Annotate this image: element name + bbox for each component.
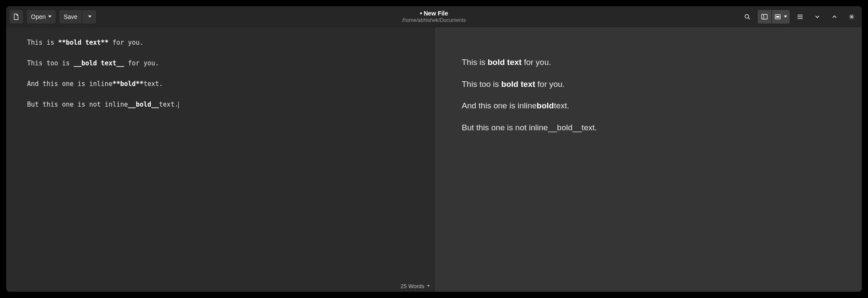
- open-button[interactable]: Open: [26, 9, 56, 24]
- editor-segment: text.: [159, 101, 178, 108]
- sidebar-toggle-button[interactable]: [757, 9, 772, 24]
- chevron-down-icon: [88, 15, 92, 18]
- editor-line[interactable]: This too is __bold text__ for you.: [27, 58, 413, 68]
- insert-icon: [774, 13, 781, 20]
- text-cursor: [178, 101, 179, 109]
- insert-menu-button[interactable]: [772, 9, 790, 24]
- editor-text[interactable]: This is **bold text** for you. This too …: [6, 27, 434, 120]
- minimize-button[interactable]: [810, 9, 825, 24]
- svg-rect-5: [776, 16, 779, 18]
- editor-segment: for you.: [124, 59, 159, 67]
- editor-line[interactable]: And this one is inline**bold**text.: [27, 79, 413, 89]
- editor-line[interactable]: [27, 89, 413, 99]
- hamburger-menu-icon: [797, 13, 804, 20]
- save-button-group: Save: [59, 9, 97, 24]
- open-button-group: Open: [26, 9, 56, 24]
- preview-text: for you.: [522, 58, 551, 67]
- preview-pane: This is bold text for you.This too is bo…: [434, 27, 862, 292]
- preview-paragraph: And this one is inlineboldtext.: [462, 100, 834, 112]
- editor-segment: __: [151, 101, 159, 108]
- maximize-button[interactable]: [827, 9, 842, 24]
- editor-line[interactable]: [27, 68, 413, 79]
- preview-bold: bold text: [488, 58, 522, 67]
- editor-segment: text.: [144, 80, 163, 88]
- header-bar: Open Save • New File /home/abhishek/Docu…: [6, 6, 862, 27]
- close-button[interactable]: [844, 9, 859, 24]
- status-bar: 25 Words: [6, 280, 434, 292]
- editor-segment: __: [73, 59, 81, 67]
- preview-text: for you.: [535, 80, 565, 89]
- preview-text: This too is: [462, 80, 501, 89]
- save-button-label: Save: [64, 13, 77, 20]
- new-file-button[interactable]: [9, 9, 24, 24]
- app-window: Open Save • New File /home/abhishek/Docu…: [6, 6, 862, 292]
- view-mode-group: [757, 9, 790, 24]
- header-center: • New File /home/abhishek/Documents: [6, 6, 862, 27]
- editor-segment: But this one is not inline: [27, 101, 128, 108]
- editor-segment: __: [128, 101, 136, 108]
- editor-segment: **: [101, 39, 109, 46]
- content-area: This is **bold text** for you. This too …: [6, 27, 862, 292]
- word-count[interactable]: 25 Words: [400, 283, 424, 289]
- window-subtitle: /home/abhishek/Documents: [402, 17, 466, 23]
- window-title: • New File: [420, 10, 448, 17]
- preview-bold: bold text: [501, 80, 535, 89]
- editor-line[interactable]: [27, 48, 413, 58]
- chevron-down-icon: [784, 15, 787, 18]
- editor-segment: bold text: [81, 59, 116, 67]
- save-button[interactable]: Save: [59, 9, 82, 24]
- preview-paragraph: But this one is not inline__bold__text.: [462, 122, 834, 134]
- preview-paragraph: This is bold text for you.: [462, 56, 834, 69]
- hamburger-menu-button[interactable]: [793, 9, 807, 24]
- editor-segment: for you.: [109, 39, 144, 46]
- editor-segment: __: [116, 59, 124, 67]
- editor-segment: bold: [120, 80, 136, 88]
- chevron-down-icon: [427, 285, 430, 287]
- editor-segment: **: [58, 39, 66, 46]
- header-left: Open Save: [9, 9, 97, 24]
- editor-segment: **: [113, 80, 120, 88]
- chevron-down-icon: [814, 13, 821, 20]
- header-right: [740, 9, 859, 24]
- preview-content: This is bold text for you.This too is bo…: [434, 27, 862, 154]
- chevron-up-icon: [831, 13, 838, 20]
- preview-text: This is: [462, 58, 488, 67]
- chevron-down-icon: [48, 15, 52, 18]
- search-button[interactable]: [740, 9, 755, 24]
- editor-segment: bold text: [66, 39, 101, 46]
- editor-segment: This too is: [27, 59, 73, 67]
- svg-rect-2: [762, 14, 767, 19]
- editor-segment: **: [136, 80, 144, 88]
- preview-text: But this one is not inline__bold__text.: [462, 123, 597, 132]
- editor-pane[interactable]: This is **bold text** for you. This too …: [6, 27, 434, 292]
- preview-paragraph: This too is bold text for you.: [462, 78, 834, 91]
- preview-text: text.: [554, 101, 569, 110]
- sidebar-toggle-icon: [761, 13, 768, 20]
- preview-text: And this one is inline: [462, 101, 537, 110]
- open-button-label: Open: [31, 13, 46, 20]
- new-file-icon: [13, 13, 20, 20]
- save-menu-button[interactable]: [82, 9, 97, 24]
- editor-segment: This is: [27, 39, 58, 46]
- svg-point-0: [745, 14, 749, 18]
- editor-segment: And this one is inline: [27, 80, 113, 88]
- svg-line-1: [748, 18, 750, 19]
- search-icon: [744, 13, 751, 20]
- editor-segment: bold: [136, 101, 151, 108]
- editor-line[interactable]: This is **bold text** for you.: [27, 37, 413, 48]
- close-icon: [848, 13, 855, 20]
- preview-bold: bold: [537, 101, 554, 110]
- editor-line[interactable]: But this one is not inline__bold__text.: [27, 99, 413, 110]
